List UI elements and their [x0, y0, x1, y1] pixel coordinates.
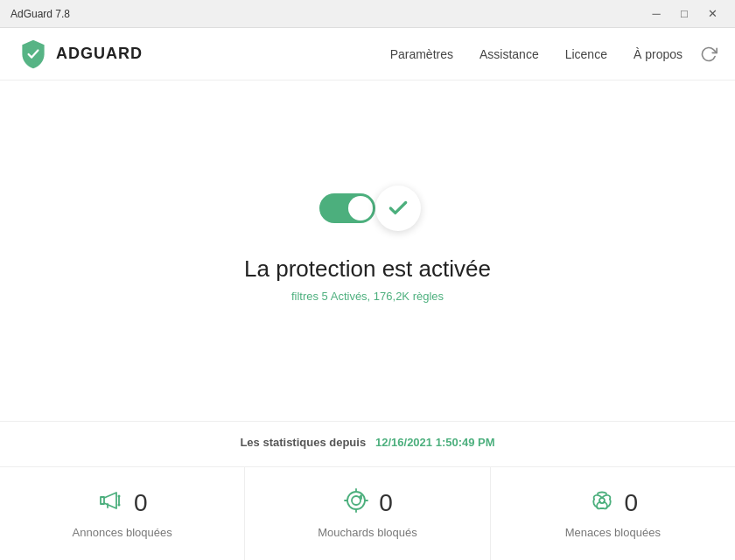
toggle-thumb: [348, 196, 373, 220]
titlebar: AdGuard 7.8 ─ □ ✕: [0, 0, 735, 28]
main-body: La protection est activée filtres 5 Acti…: [0, 80, 735, 560]
protection-section: La protection est activée filtres 5 Acti…: [244, 80, 491, 421]
adguard-logo-icon: [18, 38, 49, 70]
titlebar-title: AdGuard 7.8: [10, 8, 70, 20]
app-window: ADGUARD Paramètres Assistance Licence À …: [0, 28, 735, 560]
stat-trackers-label: Mouchards bloqués: [318, 526, 416, 539]
nav-item-parametres[interactable]: Paramètres: [390, 44, 453, 65]
stat-ads-count: 0: [134, 489, 148, 517]
stat-ads[interactable]: 0 Annonces bloquées: [0, 467, 245, 560]
refresh-icon: [700, 46, 718, 63]
stat-trackers-icon-row: 0: [342, 486, 393, 519]
protection-title: La protection est activée: [244, 256, 491, 283]
stats-since-label: Les statistiques depuis: [240, 436, 366, 449]
nav-item-assistance[interactable]: Assistance: [480, 44, 539, 65]
logo: ADGUARD: [18, 38, 143, 70]
trackers-icon: [342, 486, 370, 519]
check-circle: [375, 186, 421, 231]
refresh-button[interactable]: [700, 46, 718, 63]
stat-threats-icon-row: 0: [588, 486, 639, 519]
checkmark-icon: [387, 197, 410, 220]
protection-toggle-container[interactable]: [319, 182, 416, 234]
stat-trackers[interactable]: 0 Mouchards bloqués: [245, 467, 490, 560]
stat-ads-icon-row: 0: [97, 486, 148, 519]
protection-subtitle: filtres 5 Activés, 176,2K règles: [291, 290, 444, 303]
stat-ads-label: Annonces bloquées: [73, 526, 172, 539]
stats-grid: 0 Annonces bloquées: [0, 466, 735, 560]
close-button[interactable]: ✕: [700, 4, 724, 24]
ads-icon: [97, 486, 125, 519]
maximize-button[interactable]: □: [672, 4, 696, 24]
stats-date: Les statistiques depuis 12/16/2021 1:50:…: [0, 436, 735, 449]
minimize-button[interactable]: ─: [644, 4, 668, 24]
threats-icon: [588, 486, 616, 519]
main-nav: Paramètres Assistance Licence À propos: [390, 44, 682, 65]
stats-section: Les statistiques depuis 12/16/2021 1:50:…: [0, 422, 735, 560]
stat-trackers-count: 0: [379, 489, 393, 517]
stats-since-date: 12/16/2021 1:50:49 PM: [375, 436, 495, 449]
logo-text: ADGUARD: [56, 45, 143, 63]
titlebar-controls: ─ □ ✕: [644, 4, 724, 24]
stat-threats-label: Menaces bloquées: [565, 526, 661, 539]
svg-point-3: [347, 492, 365, 509]
stat-threats[interactable]: 0 Menaces bloquées: [491, 467, 735, 560]
toggle-track: [319, 193, 375, 223]
header: ADGUARD Paramètres Assistance Licence À …: [0, 28, 735, 80]
nav-item-licence[interactable]: Licence: [565, 44, 607, 65]
stat-threats-count: 0: [625, 489, 639, 517]
nav-item-apropos[interactable]: À propos: [634, 44, 682, 65]
